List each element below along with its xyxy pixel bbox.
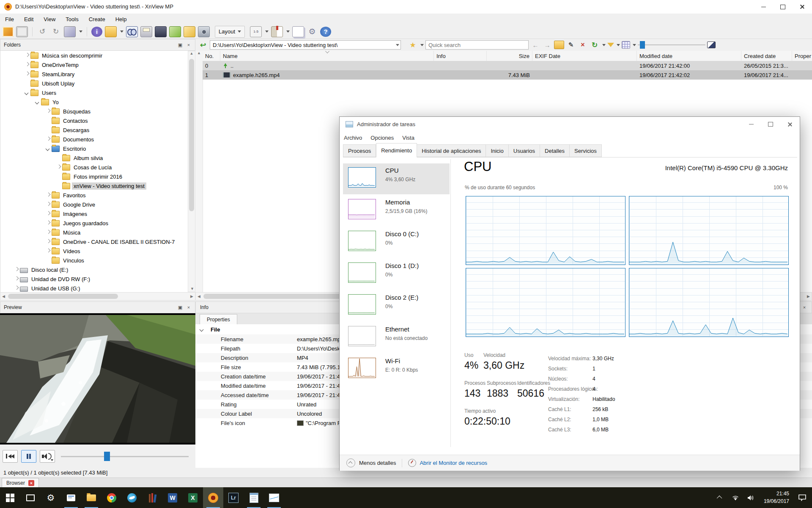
- less-details-button[interactable]: Menos detalles: [359, 460, 396, 466]
- taskbar-settings-icon[interactable]: ⚙: [41, 487, 61, 508]
- column-modified-date[interactable]: Modified date: [637, 51, 741, 61]
- taskbar-xnview-icon[interactable]: [203, 487, 223, 508]
- wifi-icon[interactable]: [729, 487, 742, 508]
- tab-usuarios[interactable]: Usuarios: [509, 144, 540, 157]
- expander-icon[interactable]: [24, 61, 30, 68]
- browse-icon[interactable]: [3, 27, 14, 37]
- tree-item-google-drive[interactable]: Google Drive: [0, 200, 188, 209]
- help-icon[interactable]: ?: [320, 27, 331, 37]
- copy-to-icon[interactable]: [105, 26, 117, 37]
- expander-icon[interactable]: [45, 238, 52, 245]
- volume-caret-icon[interactable]: [51, 459, 53, 461]
- layout-dropdown[interactable]: Layout: [215, 26, 245, 38]
- taskbar-word-icon[interactable]: W: [162, 487, 183, 508]
- new-folder-icon[interactable]: [554, 41, 564, 49]
- tabs-layout-icon[interactable]: [292, 26, 304, 37]
- taskbar-calibre-icon[interactable]: [142, 487, 162, 508]
- column-size[interactable]: Size: [487, 51, 532, 61]
- convert-icon[interactable]: [169, 26, 181, 37]
- taskbar-file-explorer-icon[interactable]: [81, 487, 102, 508]
- taskbar-thunderbird-icon[interactable]: [122, 487, 142, 508]
- taskbar-notepad-icon[interactable]: [244, 487, 264, 508]
- print-icon[interactable]: [140, 26, 152, 37]
- panel-close-icon[interactable]: ×: [186, 304, 192, 310]
- skip-start-button[interactable]: [3, 450, 18, 463]
- edit-image-icon[interactable]: [64, 26, 76, 37]
- expander-icon[interactable]: [13, 276, 20, 282]
- sidebar-item-disco-1-d[interactable]: Disco 1 (D:)0%: [343, 259, 450, 290]
- sidebar-item-ethernet[interactable]: EthernetNo está conectado: [343, 322, 450, 353]
- pause-button[interactable]: [21, 450, 36, 463]
- xnview-titlebar[interactable]: D:\Users\Yo\Desktop\xnView - Video stutt…: [0, 0, 812, 14]
- tree-item-yo[interactable]: Yo: [0, 97, 188, 107]
- fullscreen-icon[interactable]: [16, 26, 28, 37]
- expander-icon[interactable]: [45, 229, 52, 236]
- column-name[interactable]: Name: [220, 51, 434, 61]
- dropdown-caret-icon[interactable]: [420, 44, 424, 46]
- dropdown-caret-icon[interactable]: [120, 30, 123, 33]
- dropdown-caret-icon[interactable]: [79, 30, 82, 33]
- expander-icon[interactable]: [34, 99, 41, 105]
- expander-icon[interactable]: [45, 220, 52, 226]
- thumbnail-zoom-slider[interactable]: [638, 40, 705, 50]
- expander-icon[interactable]: [45, 210, 52, 217]
- menu-opciones[interactable]: Opciones: [366, 135, 398, 141]
- minimize-button[interactable]: [741, 117, 761, 132]
- thumbnail-size-icon[interactable]: 1-5: [250, 26, 262, 37]
- maximize-button[interactable]: [773, 0, 793, 14]
- tab-close-icon[interactable]: ×: [28, 480, 34, 486]
- video-preview[interactable]: [0, 313, 195, 444]
- tree-item-onedrivetemp[interactable]: OneDriveTemp: [0, 60, 188, 69]
- table-row-example-h265-mp4[interactable]: 1example.h265.mp47.43 MiB19/06/2017 21:4…: [203, 70, 812, 80]
- dock-pin-icon[interactable]: ▣: [177, 42, 183, 48]
- address-dropdown-icon[interactable]: [396, 44, 399, 46]
- open-resource-monitor-link[interactable]: Abrir el Monitor de recursos: [420, 460, 487, 466]
- expander-icon[interactable]: [199, 326, 206, 333]
- menu-archivo[interactable]: Archivo: [340, 135, 366, 141]
- view-mode-icon[interactable]: [622, 41, 630, 49]
- dropdown-caret-icon[interactable]: [617, 44, 620, 46]
- tab-servicios[interactable]: Servicios: [570, 144, 602, 157]
- tree-item-documentos[interactable]: Documentos: [0, 135, 188, 144]
- close-button[interactable]: [780, 117, 800, 132]
- tree-item-cosas-de-luc-a[interactable]: Cosas de Lucía: [0, 163, 188, 172]
- menu-view[interactable]: View: [38, 16, 60, 22]
- expander-icon[interactable]: [13, 285, 20, 292]
- expander-icon[interactable]: [45, 192, 52, 199]
- column-exif-date[interactable]: EXIF Date: [532, 51, 637, 61]
- tree-item-descargas[interactable]: Descargas: [0, 125, 188, 135]
- taskbar-task-view-icon[interactable]: [20, 487, 41, 508]
- file-list-scrollbar[interactable]: ▲: [195, 51, 203, 292]
- tab-procesos[interactable]: Procesos: [343, 144, 376, 157]
- capture-icon[interactable]: [198, 26, 210, 37]
- expander-icon[interactable]: [45, 145, 52, 152]
- tree-item-b-squedas[interactable]: Búsquedas: [0, 107, 188, 116]
- bookmark-icon[interactable]: [271, 26, 283, 37]
- tree-item-onedrive-canal-de-isabel-ii-gestion-7[interactable]: OneDrive - CANAL DE ISABEL II GESTION-7: [0, 237, 188, 246]
- menu-help[interactable]: Help: [110, 16, 132, 22]
- browser-tab[interactable]: Browser ×: [2, 478, 39, 488]
- sidebar-item-disco-0-c[interactable]: Disco 0 (C:)0%: [343, 227, 450, 258]
- tree-item-m-sica-sin-descomprimir[interactable]: Música sin descomprimir: [0, 51, 188, 60]
- info-icon[interactable]: i: [91, 27, 102, 37]
- tree-item-xnview-video-stuttering-test[interactable]: xnView - Video stuttering test: [0, 181, 188, 190]
- table-row-[interactable]: 0..19/06/2017 21:42:0026/05/2015 21:3...: [203, 61, 812, 70]
- tray-expand-icon[interactable]: [714, 487, 727, 508]
- expander-icon[interactable]: [55, 164, 62, 171]
- tab-properties[interactable]: Properties: [200, 314, 237, 325]
- expander-icon[interactable]: [24, 71, 30, 77]
- sidebar-item-cpu[interactable]: CPU4% 3,60 GHz: [343, 163, 450, 194]
- slideshow-icon[interactable]: [155, 26, 167, 37]
- dropdown-caret-icon[interactable]: [286, 30, 290, 33]
- menu-file[interactable]: File: [0, 16, 19, 22]
- task-manager-titlebar[interactable]: Administrador de tareas: [340, 117, 800, 132]
- column-properties[interactable]: Proper: [792, 51, 812, 61]
- maximize-pane-icon[interactable]: [707, 41, 716, 48]
- filter-funnel-icon[interactable]: [607, 43, 614, 47]
- favorites-star-icon[interactable]: ★: [408, 40, 418, 50]
- tab-detalles[interactable]: Detalles: [540, 144, 570, 157]
- expander-icon[interactable]: [45, 201, 52, 208]
- sidebar-item-memoria[interactable]: Memoria2,5/15,9 GB (16%): [343, 195, 450, 226]
- collapse-circle-icon[interactable]: [346, 458, 355, 467]
- dock-pin-icon[interactable]: ▣: [177, 304, 183, 310]
